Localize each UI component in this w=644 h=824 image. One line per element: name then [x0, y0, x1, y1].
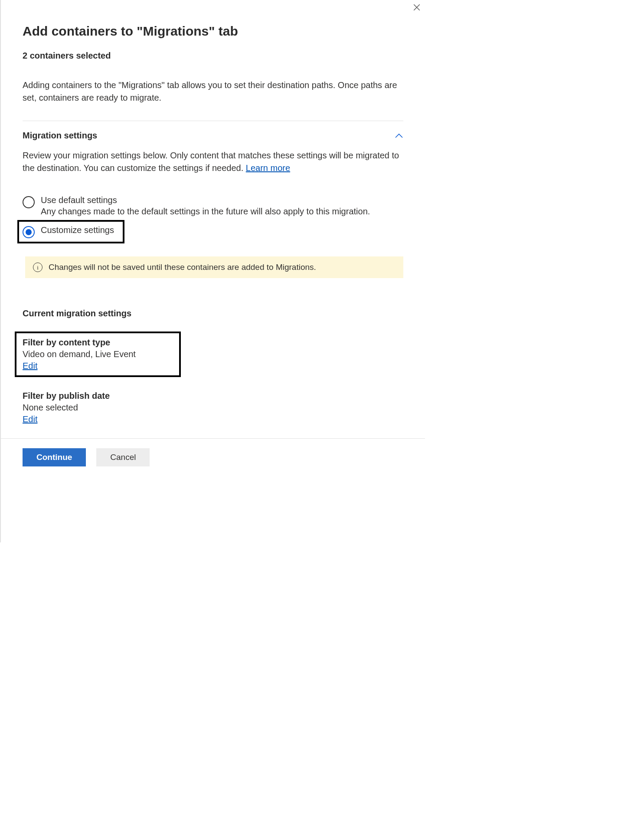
radio-customize-label: Customize settings	[41, 225, 114, 235]
selected-count: 2 containers selected	[23, 51, 403, 61]
migration-settings-header[interactable]: Migration settings	[23, 131, 403, 141]
footer: Continue Cancel	[1, 438, 425, 479]
chevron-up-icon	[395, 131, 403, 141]
page-description: Adding containers to the "Migrations" ta…	[23, 79, 403, 104]
highlight-filter-content-type: Filter by content type Video on demand, …	[15, 332, 181, 377]
filter-publish-date-value: None selected	[23, 403, 403, 413]
info-banner-text: Changes will not be saved until these co…	[49, 263, 316, 272]
close-icon	[413, 3, 421, 13]
highlight-customize: Customize settings	[17, 220, 124, 243]
info-banner: i Changes will not be saved until these …	[25, 256, 403, 278]
edit-publish-date-link[interactable]: Edit	[23, 414, 37, 424]
page-title: Add containers to "Migrations" tab	[23, 24, 403, 39]
migration-settings-title: Migration settings	[23, 131, 97, 141]
radio-use-default[interactable]: Use default settings Any changes made to…	[23, 195, 403, 217]
radio-icon	[23, 196, 35, 208]
filter-content-type-value: Video on demand, Live Event	[23, 349, 136, 359]
close-button[interactable]	[413, 3, 421, 13]
filter-publish-date-title: Filter by publish date	[23, 391, 403, 401]
filter-content-type-title: Filter by content type	[23, 338, 136, 348]
migration-settings-desc-text: Review your migration settings below. On…	[23, 151, 399, 173]
learn-more-link[interactable]: Learn more	[246, 163, 290, 173]
filter-publish-date-block: Filter by publish date None selected Edi…	[23, 391, 403, 424]
edit-content-type-link[interactable]: Edit	[23, 361, 37, 371]
cancel-button[interactable]: Cancel	[96, 448, 150, 466]
current-settings-heading: Current migration settings	[23, 309, 403, 318]
migration-settings-description: Review your migration settings below. On…	[23, 149, 403, 174]
radio-customize[interactable]: Customize settings	[23, 225, 114, 238]
continue-button[interactable]: Continue	[23, 448, 86, 466]
radio-icon	[23, 226, 35, 238]
info-icon: i	[33, 263, 42, 272]
radio-use-default-label: Use default settings	[41, 195, 403, 205]
radio-use-default-subtext: Any changes made to the default settings…	[41, 205, 403, 217]
divider	[23, 121, 403, 121]
settings-radio-group: Use default settings Any changes made to…	[23, 195, 403, 249]
